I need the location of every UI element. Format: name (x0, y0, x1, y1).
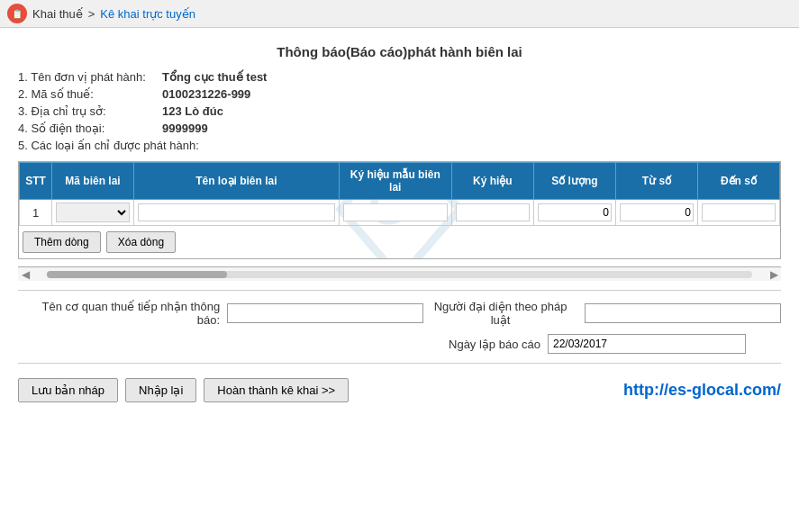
row-1-ten-input[interactable] (138, 203, 335, 221)
info-label-1: 1. Tên đơn vị phát hành: (18, 70, 162, 84)
scroll-area[interactable]: ◀ ▶ (18, 266, 781, 281)
col-stt: STT (20, 163, 52, 200)
scroll-track[interactable] (47, 271, 752, 278)
row-1-tu-so-input[interactable] (620, 203, 694, 221)
info-value-2: 0100231226-999 (162, 87, 250, 101)
breadcrumb-separator: > (88, 7, 95, 21)
info-label-5: 5. Các loại ấn chỉ được phát hành: (18, 139, 199, 152)
table-section: G STT Mã biên lai Tên loại biên lai Ký h… (18, 161, 781, 259)
luu-ban-nhap-button[interactable]: Lưu bản nháp (18, 378, 118, 402)
col-ky-hieu-mau: Ký hiệu mẫu biên lai (339, 163, 451, 200)
main-content: Thông báo(Báo cáo)phát hành biên lai 1. … (0, 28, 799, 420)
xoa-dong-button[interactable]: Xóa dòng (106, 231, 176, 253)
col-ten-loai: Tên loại biên lai (134, 163, 340, 200)
co-quan-thue-label: Tên cơ quan thuế tiếp nhận thông báo: (18, 300, 220, 327)
separator (18, 290, 781, 291)
table-row: 1 (20, 200, 780, 226)
nguoi-dai-dien-label: Người đại diện theo pháp luật (423, 300, 577, 327)
col-so-luong: Số lượng (533, 163, 615, 200)
breadcrumb-home: Khai thuế (32, 7, 83, 21)
info-row-2: 2. Mã số thuế: 0100231226-999 (18, 87, 781, 101)
footer-bar: Lưu bản nháp Nhập lại Hoàn thành kê khai… (18, 378, 781, 411)
table-button-row: Thêm dòng Xóa dòng (19, 226, 780, 258)
row-1-ky-hieu-input[interactable] (456, 203, 530, 221)
info-value-3: 123 Lò đúc (162, 104, 223, 118)
row-1-den-so-input[interactable] (702, 203, 776, 221)
info-label-3: 3. Địa chỉ trụ sở: (18, 104, 162, 118)
bottom-left: Tên cơ quan thuế tiếp nhận thông báo: (18, 300, 423, 327)
row-1-ky-hieu-cell (451, 200, 533, 226)
them-dong-button[interactable]: Thêm dòng (23, 231, 101, 253)
row-1-den-so-cell (697, 200, 779, 226)
separator-2 (18, 363, 781, 364)
table-header: STT Mã biên lai Tên loại biên lai Ký hiệ… (20, 163, 780, 200)
bottom-form: Tên cơ quan thuế tiếp nhận thông báo: Ng… (18, 300, 781, 354)
app-icon: 📋 (7, 4, 27, 23)
nguoi-dai-dien-row: Người đại diện theo pháp luật (423, 300, 781, 327)
scroll-left[interactable]: ◀ (18, 268, 32, 281)
page-title: Thông báo(Báo cáo)phát hành biên lai (18, 44, 781, 59)
info-value-4: 9999999 (162, 122, 208, 135)
table-body: 1 (20, 200, 780, 226)
col-ky-hieu: Ký hiệu (451, 163, 533, 200)
row-1-ma-input-cell (52, 200, 134, 226)
info-label-4: 4. Số điện thoại: (18, 122, 162, 135)
ngay-lap-label: Ngày lập báo cáo (423, 338, 540, 351)
row-1-so-luong-cell (533, 200, 615, 226)
app-icon-text: 📋 (12, 9, 23, 19)
row-1-ten-cell (134, 200, 340, 226)
info-row-1: 1. Tên đơn vị phát hành: Tổng cục thuế t… (18, 70, 781, 84)
info-row-5: 5. Các loại ấn chỉ được phát hành: (18, 139, 781, 152)
nhap-lai-button[interactable]: Nhập lại (125, 378, 196, 402)
scroll-thumb (47, 271, 227, 278)
row-1-so-luong-input[interactable] (538, 203, 612, 221)
co-quan-thue-row: Tên cơ quan thuế tiếp nhận thông báo: (18, 300, 423, 327)
row-1-ky-hieu-mau-input[interactable] (343, 203, 448, 221)
ngay-lap-row: Ngày lập báo cáo (423, 334, 746, 354)
hoan-thanh-button[interactable]: Hoàn thành kê khai >> (204, 378, 349, 402)
info-row-4: 4. Số điện thoại: 9999999 (18, 122, 781, 135)
row-1-tu-so-cell (615, 200, 697, 226)
topbar: 📋 Khai thuế > Kê khai trực tuyến (0, 0, 799, 28)
row-1-stt: 1 (20, 200, 52, 226)
row-1-ma-select[interactable] (56, 203, 130, 222)
col-ma-bien-lai: Mã biên lai (52, 163, 134, 200)
info-label-2: 2. Mã số thuế: (18, 87, 162, 101)
info-value-1: Tổng cục thuế test (162, 70, 267, 84)
scroll-right[interactable]: ▶ (767, 268, 781, 281)
main-table: STT Mã biên lai Tên loại biên lai Ký hiệ… (19, 162, 780, 226)
col-tu-so: Từ số (615, 163, 697, 200)
row-1-ky-hieu-mau-cell (339, 200, 451, 226)
nguoi-dai-dien-input[interactable] (585, 303, 781, 323)
col-den-so: Đến số (697, 163, 779, 200)
co-quan-thue-input[interactable] (227, 303, 423, 323)
bottom-right: Người đại diện theo pháp luật Ngày lập b… (423, 300, 781, 354)
ngay-lap-input[interactable] (548, 334, 746, 354)
website-link[interactable]: http://es-glocal.com/ (623, 381, 781, 400)
info-section: 1. Tên đơn vị phát hành: Tổng cục thuế t… (18, 70, 781, 152)
breadcrumb-current[interactable]: Kê khai trực tuyến (100, 7, 195, 21)
info-row-3: 3. Địa chỉ trụ sở: 123 Lò đúc (18, 104, 781, 118)
